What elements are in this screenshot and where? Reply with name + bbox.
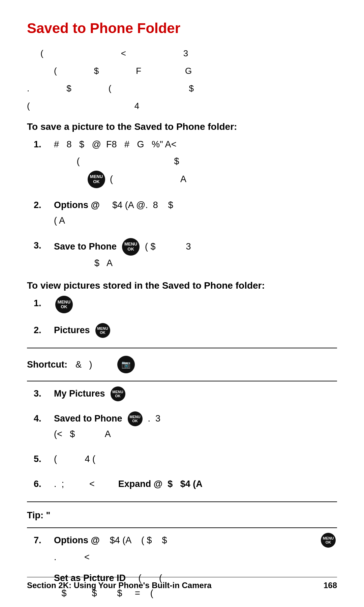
more-step-num-6: 6. <box>34 476 54 492</box>
view-step-1: 1. MENUOK <box>34 296 337 313</box>
camera-icon-button: 📷 <box>117 356 135 373</box>
intro-text-9: $ <box>66 80 71 97</box>
step-3-subtext: $ A <box>94 256 337 271</box>
menu-ok-button-3: MENUOK <box>122 238 140 256</box>
save-step-2: 2. Options @ $4 (A @. 8 $ ( A <box>34 198 337 229</box>
step-5-text: ( 4 ( <box>54 454 95 464</box>
menu-ok-button-v1: MENUOK <box>55 296 73 313</box>
view-step-body-1: MENUOK <box>54 296 337 313</box>
intro-text-10: ( <box>109 80 112 97</box>
view-step-num-1: 1. <box>34 296 54 311</box>
step-1-text: # 8 $ @ F8 # G %" A< <box>54 137 337 152</box>
final-step-body-7: Options @ $4 (A ( $ $ MENUOK . < Set as … <box>54 533 337 607</box>
step-4-dot-3: . 3 <box>148 411 161 427</box>
save-steps: 1. # 8 $ @ F8 # G %" A< ( $ MENUOK ( A 2… <box>34 137 337 271</box>
step-3-line1: Save to Phone MENUOK ( $ 3 <box>54 238 337 256</box>
step-body-3: Save to Phone MENUOK ( $ 3 $ A <box>54 238 337 271</box>
footer-right: 168 <box>324 581 337 590</box>
menu-ok-button-m4: MENUOK <box>128 411 143 426</box>
step-num-3: 3. <box>34 238 54 254</box>
footer: Section 2K: Using Your Phone's Built-in … <box>27 577 337 590</box>
shortcut-text: & ) <box>75 359 92 370</box>
view-instruction: To view pictures stored in the Saved to … <box>27 280 337 291</box>
pictures-label: Pictures <box>54 323 90 338</box>
my-pictures-label: My Pictures <box>54 386 105 402</box>
step-num-1: 1. <box>34 137 54 152</box>
final-steps: 7. Options @ $4 (A ( $ $ MENUOK . < Set … <box>34 533 337 607</box>
footer-left: Section 2K: Using Your Phone's Built-in … <box>27 581 212 590</box>
intro-text-4: ( <box>54 62 57 80</box>
more-step-body-3: My Pictures MENUOK <box>54 386 337 402</box>
save-step-1: 1. # 8 $ @ F8 # G %" A< ( $ MENUOK ( A <box>34 137 337 188</box>
shortcut-label: Shortcut: <box>27 359 71 370</box>
step-6-text: . ; < <box>54 476 95 492</box>
set-scrn-saver-row: Set as Scrn Saver ( ( <box>54 605 337 607</box>
step-num-2: 2. <box>34 198 54 213</box>
shortcut-row: Shortcut: & ) 📷 <box>27 353 337 376</box>
save-instruction: To save a picture to the Saved to Phone … <box>27 121 337 132</box>
intro-text-6: F <box>136 62 141 80</box>
intro-text-2: < <box>121 45 126 62</box>
view-steps: 1. MENUOK 2. Pictures MENUOK <box>34 296 337 338</box>
page-title: Saved to Phone Folder <box>27 20 337 36</box>
more-step-num-5: 5. <box>34 452 54 467</box>
more-step-body-6: . ; < Expand @ $ $4 (A <box>54 476 337 492</box>
tip-row: Tip: " <box>27 507 337 523</box>
more-step-num-3: 3. <box>34 386 54 402</box>
step-body-1: # 8 $ @ F8 # G %" A< ( $ MENUOK ( A <box>54 137 337 188</box>
intro-text-12: ( <box>27 97 30 115</box>
intro-text-1: ( <box>40 45 43 62</box>
step-4-subtext: (< $ A <box>54 427 337 442</box>
more-step-num-4: 4. <box>34 411 54 427</box>
intro-text-3: 3 <box>183 45 188 62</box>
more-step-body-4: Saved to Phone MENUOK . 3 (< $ A <box>54 411 337 442</box>
divider-top <box>27 348 337 348</box>
step-2-subtext: ( A <box>54 213 337 229</box>
expand-label: Expand @ $ $4 (A <box>118 476 203 492</box>
view-step-num-2: 2. <box>34 323 54 338</box>
step-7-text: Options @ $4 (A ( $ $ <box>54 533 167 548</box>
intro-text-13: 4 <box>134 97 139 115</box>
step-3-bold: Save to Phone <box>54 239 117 255</box>
view-step-body-2: Pictures MENUOK <box>54 323 337 338</box>
menu-ok-button-v2: MENUOK <box>95 323 110 338</box>
step-body-2: Options @ $4 (A @. 8 $ ( A <box>54 198 337 229</box>
more-step-5: 5. ( 4 ( <box>34 452 337 467</box>
more-step-4: 4. Saved to Phone MENUOK . 3 (< $ A <box>34 411 337 442</box>
step-2-text: Options @ $4 (A @. 8 $ <box>54 198 337 213</box>
step-4-line1: Saved to Phone MENUOK . 3 <box>54 411 337 427</box>
intro-table: ( < 3 ( $ F G . $ ( $ ( 4 <box>27 45 337 115</box>
view-step-2: 2. Pictures MENUOK <box>34 323 337 338</box>
intro-text-8: . <box>27 80 29 97</box>
save-step-3: 3. Save to Phone MENUOK ( $ 3 $ A <box>34 238 337 271</box>
intro-text-5: $ <box>94 62 99 80</box>
intro-text-7: G <box>185 62 192 80</box>
step-1-dollar-a: $ <box>174 154 179 169</box>
step-1-a: A <box>180 172 186 187</box>
more-step-3: 3. My Pictures MENUOK <box>34 386 337 402</box>
divider-mid <box>27 381 337 381</box>
divider-tip-top <box>27 501 337 502</box>
step-7-subtext: . < <box>54 550 337 565</box>
step-7-line1: Options @ $4 (A ( $ $ MENUOK <box>54 533 337 548</box>
final-step-7: 7. Options @ $4 (A ( $ $ MENUOK . < Set … <box>34 533 337 607</box>
step-3-text: ( $ 3 <box>145 239 191 255</box>
menu-ok-button-f7: MENUOK <box>321 533 336 548</box>
step-1-subtext: ( <box>54 154 80 169</box>
more-step-body-5: ( 4 ( <box>54 452 337 467</box>
more-steps: 3. My Pictures MENUOK 4. Saved to Phone … <box>34 386 337 492</box>
more-step-6: 6. . ; < Expand @ $ $4 (A <box>34 476 337 492</box>
divider-tip-bottom <box>27 527 337 528</box>
intro-text-11: $ <box>189 80 193 97</box>
menu-ok-button-1: MENUOK <box>88 171 105 188</box>
saved-to-phone-label: Saved to Phone <box>54 411 122 427</box>
final-step-num-7: 7. <box>34 533 54 548</box>
menu-ok-button-m3: MENUOK <box>111 386 125 401</box>
step-1-paren: ( <box>110 172 113 187</box>
